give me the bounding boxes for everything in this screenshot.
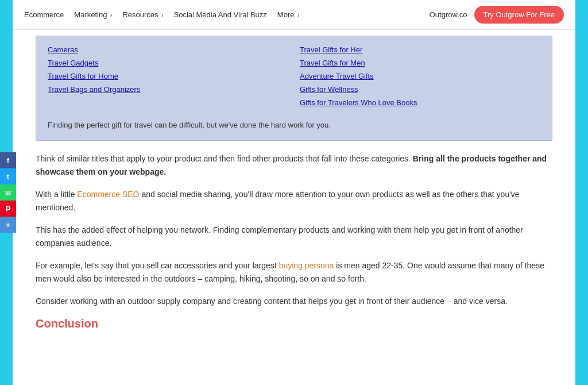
header: Ecommerce Marketing › Resources › Social… — [13, 0, 575, 30]
paragraph-1: Think of similar titles that apply to yo… — [36, 152, 552, 179]
toc-right-col: Travel Gifts for Her Travel Gifts for Me… — [300, 45, 540, 111]
toc-link-cameras[interactable]: Cameras — [48, 45, 78, 54]
para-1-text-before: Think of similar titles that apply to yo… — [36, 154, 413, 163]
nav-right: Outgrow.co Try Outgrow For Free — [430, 6, 564, 24]
paragraph-3: This has the added effect of helping you… — [36, 224, 552, 250]
para-5-text: Consider working with an outdoor supply … — [36, 297, 508, 306]
paragraph-2: With a little Ecommerce SEO and social m… — [36, 188, 552, 214]
paragraph-5: Consider working with an outdoor supply … — [36, 295, 552, 308]
para-3-text: This has the added effect of helping you… — [36, 225, 523, 248]
nav-ecommerce[interactable]: Ecommerce — [24, 10, 64, 19]
conclusion-heading: Conclusion — [36, 317, 552, 330]
list-item: Gifts for Wellness — [300, 85, 540, 94]
toc-box: Cameras Travel Gadgets Travel Gifts for … — [36, 36, 552, 141]
toc-left-list: Cameras Travel Gadgets Travel Gifts for … — [48, 45, 288, 94]
toc-columns: Cameras Travel Gadgets Travel Gifts for … — [48, 45, 540, 111]
buying-persona-link[interactable]: buying persona — [279, 261, 334, 270]
nav-social-media[interactable]: Social Media And Viral Buzz — [174, 10, 267, 19]
twitter-share-button[interactable]: t — [0, 168, 16, 184]
toc-link-travel-gifts-home[interactable]: Travel Gifts for Home — [48, 72, 118, 80]
nav-more[interactable]: More › — [277, 10, 300, 19]
toc-link-travel-gifts-men[interactable]: Travel Gifts for Men — [300, 59, 365, 67]
pinterest-share-button[interactable]: P — [0, 201, 16, 217]
para-4-text-before: For example, let's say that you sell car… — [36, 261, 279, 270]
content-area: Cameras Travel Gadgets Travel Gifts for … — [13, 36, 575, 348]
toc-link-travel-bags[interactable]: Travel Bags and Organizers — [48, 85, 140, 94]
toc-description: Finding the perfect gift for travel can … — [48, 120, 540, 131]
try-outgrow-button[interactable]: Try Outgrow For Free — [474, 6, 564, 24]
generic-share-button[interactable]: + — [0, 217, 16, 233]
list-item: Travel Gifts for Home — [48, 72, 288, 80]
toc-link-adventure-travel-gifts[interactable]: Adventure Travel Gifts — [300, 72, 374, 80]
list-item: Travel Gifts for Men — [300, 59, 540, 67]
toc-left-col: Cameras Travel Gadgets Travel Gifts for … — [48, 45, 288, 111]
paragraph-4: For example, let's say that you sell car… — [36, 259, 552, 286]
main-wrapper: Ecommerce Marketing › Resources › Social… — [13, 0, 575, 385]
list-item: Travel Gifts for Her — [300, 45, 540, 54]
toc-link-travel-gadgets[interactable]: Travel Gadgets — [48, 59, 98, 67]
outgrow-logo-text[interactable]: Outgrow.co — [430, 10, 467, 19]
whatsapp-share-button[interactable]: w — [0, 184, 16, 201]
chevron-marketing: › — [110, 12, 112, 18]
facebook-share-button[interactable]: f — [0, 152, 16, 168]
nav-resources[interactable]: Resources › — [122, 10, 163, 19]
toc-link-gifts-books[interactable]: Gifts for Travelers Who Love Books — [300, 98, 417, 107]
chevron-more: › — [297, 12, 299, 18]
toc-link-travel-gifts-her[interactable]: Travel Gifts for Her — [300, 45, 362, 54]
list-item: Adventure Travel Gifts — [300, 72, 540, 80]
nav-marketing[interactable]: Marketing › — [74, 10, 112, 19]
toc-right-list: Travel Gifts for Her Travel Gifts for Me… — [300, 45, 540, 107]
social-sidebar: f t w P + — [0, 152, 16, 233]
toc-link-gifts-wellness[interactable]: Gifts for Wellness — [300, 85, 358, 94]
list-item: Travel Gadgets — [48, 59, 288, 67]
para-2-text-before: With a little — [36, 190, 77, 199]
nav-links: Ecommerce Marketing › Resources › Social… — [24, 10, 299, 19]
ecommerce-seo-link[interactable]: Ecommerce SEO — [77, 190, 139, 199]
list-item: Travel Bags and Organizers — [48, 85, 288, 94]
chevron-resources: › — [161, 12, 163, 18]
list-item: Gifts for Travelers Who Love Books — [300, 98, 540, 107]
list-item: Cameras — [48, 45, 288, 54]
